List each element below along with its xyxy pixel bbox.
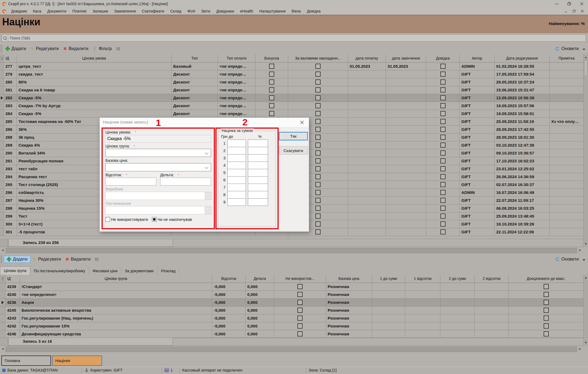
menu-item-7[interactable]: Сертифікати: [139, 8, 167, 14]
bonus-checkbox[interactable]: [269, 64, 274, 69]
scroll-left-icon[interactable]: [0, 347, 5, 351]
help-checkbox[interactable]: [440, 206, 446, 211]
not_use-checkbox[interactable]: [297, 300, 303, 305]
delete-button[interactable]: ✖Видалити: [61, 45, 91, 52]
tab-5[interactable]: Розклад: [157, 267, 179, 275]
table-row[interactable]: 4246Дезинфицирующие средства-5,0000,000Р…: [0, 330, 584, 338]
help-checkbox[interactable]: [440, 79, 446, 85]
sum-uah-field-8[interactable]: [227, 191, 246, 199]
column-chooser-icon[interactable]: [1, 277, 4, 281]
not_use-checkbox[interactable]: [297, 323, 303, 329]
sum-uah-field-1[interactable]: [227, 140, 246, 147]
supplier-browse-button[interactable]: ...: [205, 207, 211, 214]
gross-checkbox[interactable]: [315, 150, 321, 156]
lower-horizontal-scrollbar[interactable]: [0, 346, 588, 352]
sum-percent-field-6[interactable]: [248, 176, 268, 184]
gross-checkbox[interactable]: [315, 87, 321, 92]
column-options-button[interactable]: [114, 46, 122, 52]
column-chooser-cell[interactable]: [0, 54, 4, 62]
col-header-sum1[interactable]: 1 до суми: [372, 275, 405, 283]
col-header-help[interactable]: Довідка: [426, 54, 460, 62]
table-row[interactable]: 283Скидка -7% by АртурДисконт<не опреде……: [0, 102, 584, 110]
menu-item-3[interactable]: Документи: [44, 8, 69, 14]
lower-vertical-scrollbar[interactable]: [583, 275, 588, 346]
col-header-delta[interactable]: Дельта: [246, 275, 274, 283]
refresh-dropdown-icon[interactable]: [583, 49, 585, 50]
col-header-author[interactable]: Автор: [460, 54, 495, 62]
bonus-checkbox[interactable]: [269, 103, 274, 108]
sum-uah-field-7[interactable]: [227, 184, 246, 191]
base-price-select[interactable]: [105, 163, 211, 171]
help-checkbox[interactable]: [440, 103, 446, 108]
menu-item-14[interactable]: Вікна: [289, 8, 304, 14]
col-header-date_end[interactable]: дата закінчення: [386, 54, 426, 62]
table-row[interactable]: 4242Гос.регулирование 15%-5,0000,000Розн…: [0, 322, 584, 330]
refresh-button-lower[interactable]: Оновити: [553, 256, 581, 263]
help-checkbox[interactable]: [440, 166, 446, 171]
gross-checkbox[interactable]: [315, 174, 321, 179]
col-header-pct1[interactable]: 1 відсоток: [405, 275, 440, 283]
bonus-checkbox[interactable]: [269, 87, 274, 92]
gross-checkbox[interactable]: [315, 206, 321, 211]
col-header-percent[interactable]: Відсоток: [212, 275, 246, 283]
window-tab-home[interactable]: Головна: [1, 356, 51, 366]
upper-horizontal-scrollbar[interactable]: [0, 247, 588, 254]
add-button-lower[interactable]: Додати: [4, 256, 31, 263]
help-checkbox[interactable]: [440, 214, 446, 219]
ok-button[interactable]: Так: [279, 132, 308, 140]
menu-item-15[interactable]: Довідка: [304, 8, 324, 14]
table-row[interactable]: 281Скидка на 6 товарДисконт<не опреде…GI…: [0, 86, 584, 94]
mdi-restore-button[interactable]: [570, 8, 578, 14]
gross-checkbox[interactable]: [315, 229, 321, 234]
scroll-right-icon[interactable]: [578, 347, 583, 351]
price-group-select[interactable]: [105, 149, 211, 157]
max-checkbox[interactable]: [544, 331, 549, 336]
help-checkbox[interactable]: [440, 87, 446, 92]
not_use-checkbox[interactable]: [297, 284, 303, 289]
sum-uah-field-3[interactable]: [227, 154, 246, 162]
max-checkbox[interactable]: [544, 300, 549, 305]
col-header-base_price[interactable]: Базова ціна: [326, 275, 372, 283]
max-checkbox[interactable]: [544, 316, 549, 321]
not_use-checkbox[interactable]: [297, 292, 303, 297]
refresh-dropdown-icon[interactable]: [583, 259, 585, 261]
help-checkbox[interactable]: [440, 72, 446, 77]
sum-uah-field-5[interactable]: [227, 169, 246, 177]
gross-checkbox[interactable]: [315, 95, 321, 100]
scroll-down-icon[interactable]: [584, 242, 588, 246]
window-tab-markups[interactable]: Націнки: [52, 356, 102, 366]
gross-checkbox[interactable]: [315, 221, 321, 227]
toolbar-drag-handle[interactable]: [1, 255, 2, 263]
scroll-left-icon[interactable]: [0, 248, 5, 253]
gross-checkbox[interactable]: [315, 158, 321, 163]
column-chooser-icon[interactable]: [1, 57, 3, 60]
max-checkbox[interactable]: [544, 292, 549, 297]
restore-button[interactable]: [563, 0, 575, 8]
table-row[interactable]: 277цитра_тестБазовый<не опреде…01.05.202…: [0, 63, 584, 70]
menu-item-10[interactable]: Звіти: [198, 8, 213, 14]
gross-checkbox[interactable]: [315, 198, 321, 203]
help-checkbox[interactable]: [440, 190, 446, 195]
table-row[interactable]: 4245Биологически активные вещества-5,000…: [0, 307, 584, 314]
col-header-id[interactable]: ІД△: [4, 54, 17, 62]
col-header-name[interactable]: Цінова умова: [17, 54, 172, 62]
manufacturer-field[interactable]: [105, 192, 211, 200]
tab-4[interactable]: За документами: [121, 267, 157, 275]
gross-checkbox[interactable]: [315, 103, 321, 108]
col-header-type[interactable]: Тип: [172, 54, 218, 62]
table-row[interactable]: 282Скидка -5%Дисконт<не опреде…GIFT13.09…: [0, 94, 584, 102]
help-checkbox[interactable]: [440, 174, 446, 179]
menu-item-11[interactable]: Довідники: [213, 8, 237, 14]
table-row[interactable]: 4236Акции-5,0000,000Розничная: [0, 299, 584, 307]
percent-field[interactable]: [105, 178, 156, 186]
col-header-id[interactable]: ІД: [5, 275, 20, 283]
gross-checkbox[interactable]: [315, 127, 321, 132]
help-checkbox[interactable]: [440, 143, 446, 148]
menu-item-12[interactable]: eHealth: [237, 8, 256, 14]
price-condition-field[interactable]: [105, 135, 211, 143]
max-checkbox[interactable]: [544, 284, 549, 289]
col-header-sum2[interactable]: 2 до суми: [440, 275, 475, 283]
help-checkbox[interactable]: [440, 64, 446, 69]
cancel-button[interactable]: Скасувати: [279, 146, 308, 154]
gross-checkbox[interactable]: [315, 79, 321, 85]
